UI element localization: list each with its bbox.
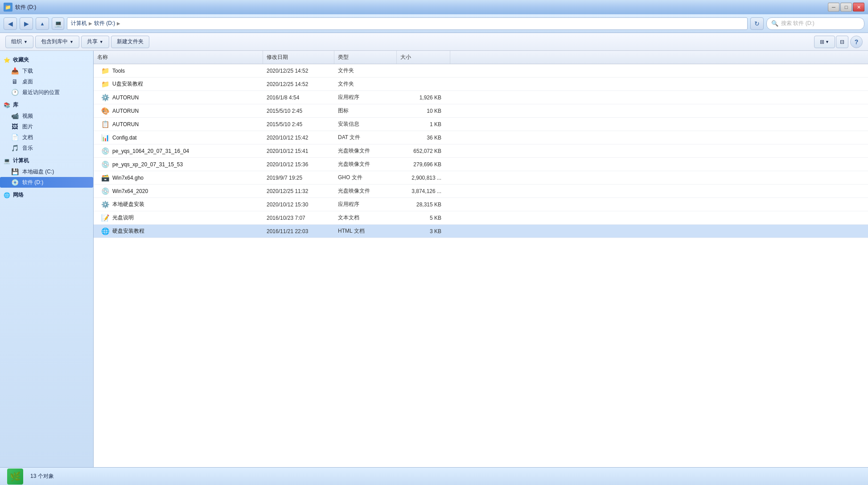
table-row[interactable]: 🗃️ Win7x64.gho 2019/9/7 19:25 GHO 文件 2,9… (94, 171, 868, 185)
file-type-cell: 光盘映像文件 (334, 160, 397, 168)
share-label: 共享 (87, 38, 98, 45)
file-type-cell: 光盘映像文件 (334, 147, 397, 155)
share-button[interactable]: 共享 ▼ (81, 36, 109, 48)
maximize-button[interactable]: □ (840, 3, 852, 12)
sidebar-item-pictures[interactable]: 🖼 图片 (0, 121, 93, 132)
help-button[interactable]: ? (850, 36, 863, 48)
col-header-date[interactable]: 修改日期 (263, 51, 334, 64)
file-name-cell: 💿 pe_yqs_xp_20_07_31_15_53 (94, 160, 263, 169)
file-type-icon: ⚙️ (101, 200, 110, 209)
sidebar-item-video-label: 视频 (22, 112, 33, 120)
table-row[interactable]: 🌐 硬盘安装教程 2016/11/21 22:03 HTML 文档 3 KB (94, 225, 868, 238)
file-name: pe_yqs_1064_20_07_31_16_04 (112, 148, 189, 154)
table-row[interactable]: 💿 Win7x64_2020 2020/12/25 11:32 光盘映像文件 3… (94, 185, 868, 198)
file-type-icon: 📁 (101, 66, 110, 75)
refresh-button[interactable]: ↻ (750, 17, 764, 30)
sidebar-item-documents[interactable]: 📄 文档 (0, 132, 93, 143)
sidebar-section-favorites: ⭐ 收藏夹 📥 下载 🖥 桌面 🕐 最近访问的位置 (0, 54, 93, 98)
preview-pane-button[interactable]: ⊟ (836, 36, 848, 48)
table-row[interactable]: 💿 pe_yqs_xp_20_07_31_15_53 2020/10/12 15… (94, 158, 868, 171)
view-dropdown-icon: ▼ (825, 40, 829, 44)
search-bar[interactable]: 🔍 搜索 软件 (D:) (766, 17, 864, 30)
up-button[interactable]: ▲ (36, 17, 49, 30)
sidebar-item-drive-d[interactable]: 💿 软件 (D:) (0, 177, 93, 188)
sidebar-network-header[interactable]: 🌐 网络 (0, 189, 93, 201)
file-type-cell: 文件夹 (334, 80, 397, 88)
file-rows-container: 📁 Tools 2020/12/25 14:52 文件夹 📁 U盘安装教程 20… (94, 64, 868, 238)
file-size-cell: 1,926 KB (397, 95, 450, 101)
file-name: 硬盘安装教程 (112, 227, 144, 235)
file-name: Tools (112, 68, 125, 74)
file-date-cell: 2016/10/23 7:07 (263, 215, 334, 221)
computer-icon: 💻 (4, 158, 10, 164)
col-size-label: 大小 (400, 53, 411, 61)
titlebar-controls: ─ □ ✕ (828, 3, 864, 12)
table-row[interactable]: 💿 pe_yqs_1064_20_07_31_16_04 2020/10/12 … (94, 144, 868, 158)
network-label: 网络 (13, 191, 24, 199)
file-date-cell: 2019/9/7 19:25 (263, 175, 334, 181)
forward-button[interactable]: ▶ (20, 17, 33, 30)
minimize-button[interactable]: ─ (828, 3, 839, 12)
computer-icon-button[interactable]: 💻 (52, 17, 64, 30)
sidebar-item-drive-c[interactable]: 💾 本地磁盘 (C:) (0, 166, 93, 177)
share-dropdown-icon: ▼ (99, 40, 103, 44)
col-date-label: 修改日期 (267, 53, 288, 61)
file-type-icon: 💿 (101, 147, 110, 156)
organize-label: 组织 (11, 38, 22, 45)
search-placeholder: 搜索 软件 (D:) (781, 20, 815, 27)
include-library-dropdown-icon: ▼ (70, 40, 74, 44)
table-row[interactable]: 📝 光盘说明 2016/10/23 7:07 文本文档 5 KB (94, 211, 868, 225)
table-row[interactable]: ⚙️ AUTORUN 2016/1/8 4:54 应用程序 1,926 KB (94, 91, 868, 104)
favorites-label: 收藏夹 (13, 56, 29, 64)
breadcrumb[interactable]: 计算机 ▶ 软件 (D:) ▶ (67, 17, 748, 30)
file-name-cell: 🌐 硬盘安装教程 (94, 227, 263, 236)
sidebar-item-music-label: 音乐 (22, 144, 33, 152)
music-icon: 🎵 (11, 144, 19, 152)
recent-icon: 🕐 (11, 88, 19, 96)
file-name: 本地硬盘安装 (112, 201, 144, 208)
filelist-header: 名称 修改日期 类型 大小 (94, 51, 868, 64)
file-type-icon: 💿 (101, 187, 110, 196)
sidebar-item-video[interactable]: 📹 视频 (0, 111, 93, 121)
table-row[interactable]: ⚙️ 本地硬盘安装 2020/10/12 15:30 应用程序 28,315 K… (94, 198, 868, 211)
file-type-icon: 🌐 (101, 227, 110, 236)
close-button[interactable]: ✕ (853, 3, 864, 12)
file-size-cell: 652,072 KB (397, 148, 450, 154)
sidebar-computer-header[interactable]: 💻 计算机 (0, 155, 93, 166)
status-app-icon: 🌿 (7, 469, 23, 485)
breadcrumb-computer[interactable]: 计算机 (71, 20, 87, 27)
sidebar-item-recent[interactable]: 🕐 最近访问的位置 (0, 87, 93, 98)
col-header-type[interactable]: 类型 (334, 51, 397, 64)
table-row[interactable]: 📊 Config.dat 2020/10/12 15:42 DAT 文件 36 … (94, 131, 868, 144)
back-button[interactable]: ◀ (4, 17, 17, 30)
file-type-cell: 文件夹 (334, 67, 397, 74)
video-icon: 📹 (11, 112, 19, 120)
include-library-button[interactable]: 包含到库中 ▼ (35, 36, 79, 48)
breadcrumb-sep-2: ▶ (117, 21, 120, 26)
titlebar: 📁 软件 (D:) ─ □ ✕ (0, 0, 868, 14)
sidebar-libraries-header[interactable]: 📚 库 (0, 99, 93, 111)
file-name: Win7x64_2020 (112, 188, 148, 194)
file-name-cell: 💿 pe_yqs_1064_20_07_31_16_04 (94, 147, 263, 156)
file-name-cell: 📊 Config.dat (94, 133, 263, 142)
file-type-cell: GHO 文件 (334, 174, 397, 181)
sidebar-favorites-header[interactable]: ⭐ 收藏夹 (0, 54, 93, 66)
table-row[interactable]: 🎨 AUTORUN 2015/5/10 2:45 图标 10 KB (94, 104, 868, 118)
organize-button[interactable]: 组织 ▼ (5, 36, 33, 48)
breadcrumb-drive[interactable]: 软件 (D:) (94, 20, 115, 27)
col-header-name[interactable]: 名称 (94, 51, 263, 64)
table-row[interactable]: 📁 Tools 2020/12/25 14:52 文件夹 (94, 64, 868, 78)
sidebar-item-desktop[interactable]: 🖥 桌面 (0, 76, 93, 87)
sidebar-item-drive-d-label: 软件 (D:) (22, 179, 43, 186)
col-header-size[interactable]: 大小 (397, 51, 450, 64)
table-row[interactable]: 📁 U盘安装教程 2020/12/25 14:52 文件夹 (94, 78, 868, 91)
sidebar-item-music[interactable]: 🎵 音乐 (0, 143, 93, 153)
file-type-icon: 📁 (101, 80, 110, 89)
drive-d-icon: 💿 (11, 178, 19, 186)
new-folder-button[interactable]: 新建文件夹 (111, 36, 149, 48)
sidebar-item-download[interactable]: 📥 下载 (0, 66, 93, 76)
view-toggle-button[interactable]: ⊞ ▼ (814, 36, 835, 48)
table-row[interactable]: 📋 AUTORUN 2015/5/10 2:45 安装信息 1 KB (94, 118, 868, 131)
file-type-icon: 🗃️ (101, 173, 110, 182)
file-date-cell: 2020/12/25 14:52 (263, 68, 334, 74)
